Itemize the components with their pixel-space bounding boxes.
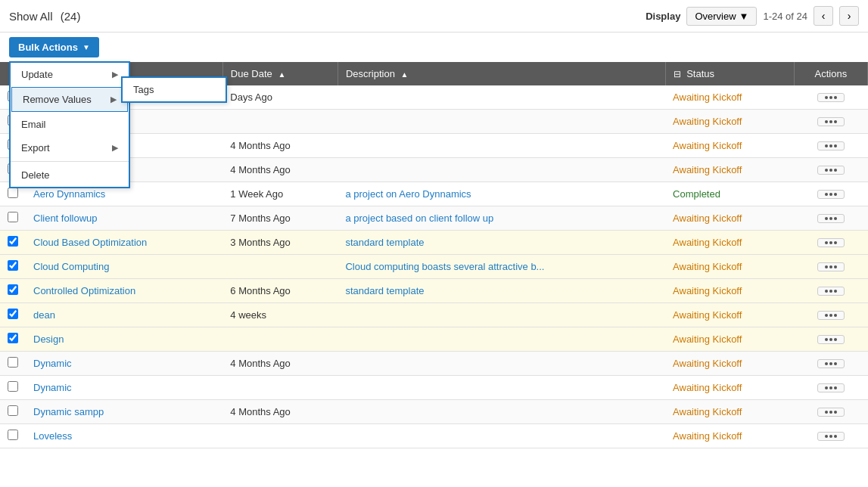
project-link[interactable]: Loveless xyxy=(33,430,72,442)
row-description xyxy=(338,400,665,424)
row-checkbox[interactable] xyxy=(8,260,18,271)
dot-icon xyxy=(829,96,832,99)
row-actions-button[interactable] xyxy=(817,432,845,441)
row-checkbox[interactable] xyxy=(8,212,18,222)
project-link[interactable]: Dynamic sampp xyxy=(33,406,104,417)
row-description: a project based on client follow up xyxy=(338,206,665,231)
project-link[interactable]: Aero Dynnamics xyxy=(33,188,105,200)
row-actions-cell xyxy=(794,182,867,206)
row-actions-button[interactable] xyxy=(817,359,845,368)
dot-icon xyxy=(834,265,837,268)
row-checkbox-cell xyxy=(0,303,26,327)
row-actions-cell xyxy=(794,85,867,110)
dot-icon xyxy=(829,169,832,172)
row-checkbox[interactable] xyxy=(8,430,18,440)
row-checkbox[interactable] xyxy=(8,284,18,295)
row-checkbox[interactable] xyxy=(8,405,18,416)
bulk-actions-button[interactable]: Bulk Actions ▼ xyxy=(9,37,99,57)
row-actions-cell xyxy=(794,134,867,158)
chevron-down-icon: ▼ xyxy=(82,43,90,51)
row-actions-button[interactable] xyxy=(817,335,845,344)
row-checkbox-cell xyxy=(0,352,26,376)
menu-item-remove-values[interactable]: Remove Values ▶ xyxy=(11,87,128,112)
description-link[interactable]: standard template xyxy=(345,285,424,296)
row-actions-button[interactable] xyxy=(817,166,845,175)
row-checkbox[interactable] xyxy=(8,309,18,319)
row-actions-cell xyxy=(794,424,867,448)
row-checkbox[interactable] xyxy=(8,357,18,368)
project-link[interactable]: Dynamic xyxy=(33,358,72,369)
menu-divider xyxy=(11,161,129,162)
page-count: 1-24 of 24 xyxy=(763,11,807,22)
description-link[interactable]: a project on Aero Dynnamics xyxy=(345,188,471,200)
dot-icon xyxy=(834,314,837,317)
dot-icon xyxy=(829,290,832,293)
row-actions-button[interactable] xyxy=(817,117,845,126)
project-link[interactable]: Dynamic xyxy=(33,382,72,393)
row-checkbox[interactable] xyxy=(8,333,18,343)
submenu-item-tags[interactable]: Tags xyxy=(123,78,226,101)
row-actions-button[interactable] xyxy=(817,141,845,150)
row-due-date xyxy=(222,255,338,279)
dot-icon xyxy=(825,120,828,123)
row-due-date: 4 Months Ago xyxy=(222,400,338,424)
row-actions-button[interactable] xyxy=(817,311,845,320)
col-description[interactable]: Description ▲ xyxy=(338,62,665,85)
row-checkbox-cell xyxy=(0,424,26,448)
row-actions-cell xyxy=(794,231,867,255)
next-page-button[interactable]: › xyxy=(839,6,859,26)
row-description xyxy=(338,376,665,400)
row-checkbox[interactable] xyxy=(8,188,18,198)
table-row: Client followup 7 Months Ago a project b… xyxy=(0,206,868,231)
col-actions: Actions xyxy=(794,62,867,85)
row-actions-button[interactable] xyxy=(817,190,845,199)
description-link[interactable]: standard template xyxy=(345,237,424,248)
row-actions-button[interactable] xyxy=(817,408,845,417)
project-link[interactable]: Cloud Based Optimization xyxy=(33,237,147,248)
row-checkbox[interactable] xyxy=(8,381,18,392)
prev-page-button[interactable]: ‹ xyxy=(814,6,833,26)
row-status: Awaiting Kickoff xyxy=(665,327,794,352)
bulk-actions-menu: Update ▶ Remove Values ▶ Email Export ▶ … xyxy=(9,61,130,188)
dot-icon xyxy=(829,120,832,123)
row-name: Loveless xyxy=(26,424,222,448)
menu-item-delete[interactable]: Delete xyxy=(11,163,129,187)
table-row: Cloud Computing Cloud computing boasts s… xyxy=(0,255,868,279)
row-actions-button[interactable] xyxy=(817,383,845,392)
col-status[interactable]: ⊟ Status xyxy=(665,62,794,85)
table-row: Cloud Based Optimization 3 Months Ago st… xyxy=(0,231,868,255)
description-link[interactable]: Cloud computing boasts several attractiv… xyxy=(345,261,544,272)
menu-item-update[interactable]: Update ▶ xyxy=(11,63,129,86)
row-status: Awaiting Kickoff xyxy=(665,279,794,303)
row-actions-button[interactable] xyxy=(817,262,845,271)
row-actions-cell xyxy=(794,327,867,352)
project-link[interactable]: dean xyxy=(33,309,55,321)
project-link[interactable]: Controlled Optimization xyxy=(33,285,135,296)
menu-item-export[interactable]: Export ▶ xyxy=(11,136,129,160)
table-row: Controlled Optimization 6 Months Ago sta… xyxy=(0,279,868,303)
dot-icon xyxy=(829,265,832,268)
project-link[interactable]: Cloud Computing xyxy=(33,261,109,272)
description-link[interactable]: a project based on client follow up xyxy=(345,212,493,224)
row-checkbox-cell xyxy=(0,255,26,279)
overview-dropdown[interactable]: Overview ▼ xyxy=(686,7,757,26)
dot-icon xyxy=(829,314,832,317)
row-checkbox[interactable] xyxy=(8,236,18,247)
filter-icon: ⊟ xyxy=(674,69,681,79)
row-actions-button[interactable] xyxy=(817,238,845,247)
dot-icon xyxy=(825,265,828,268)
table-row: Design Awaiting Kickoff xyxy=(0,327,868,352)
row-status: Awaiting Kickoff xyxy=(665,134,794,158)
menu-item-email[interactable]: Email xyxy=(11,113,129,136)
dot-icon xyxy=(829,144,832,147)
project-link[interactable]: Design xyxy=(33,333,64,345)
row-description: standard template xyxy=(338,279,665,303)
row-actions-button[interactable] xyxy=(817,287,845,296)
row-actions-button[interactable] xyxy=(817,93,845,102)
row-due-date: Days Ago xyxy=(222,85,338,110)
table-row: Loveless Awaiting Kickoff xyxy=(0,424,868,448)
col-due-date[interactable]: Due Date ▲ xyxy=(222,62,338,85)
row-due-date: 4 Months Ago xyxy=(222,134,338,158)
project-link[interactable]: Client followup xyxy=(33,212,98,224)
row-actions-button[interactable] xyxy=(817,214,845,223)
